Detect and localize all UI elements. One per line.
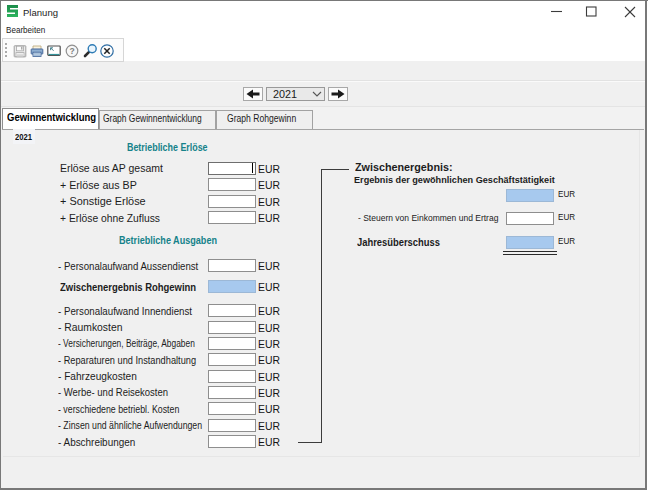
svg-text:?: ?: [69, 46, 74, 56]
